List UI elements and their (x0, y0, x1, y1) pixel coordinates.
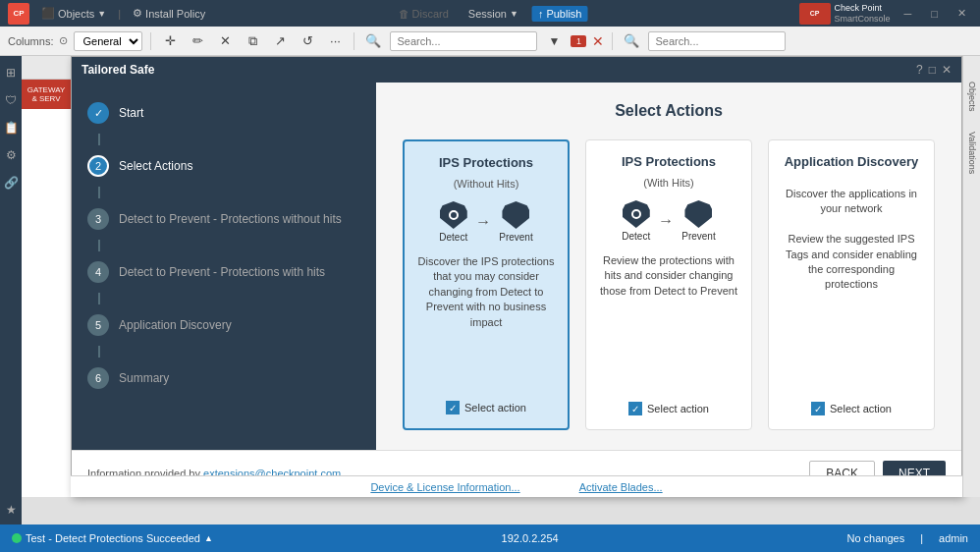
search-input[interactable] (390, 31, 537, 51)
connector-4-5 (98, 293, 100, 304)
refresh-icon[interactable]: ↺ (297, 30, 318, 52)
discard-button[interactable]: 🗑 Discard (393, 6, 455, 22)
card-ips-without-hits: IPS Protections (Without Hits) Detect → (403, 139, 570, 430)
step-3[interactable]: 3 Detect to Prevent - Protections withou… (72, 198, 376, 240)
card-1-arrow: → (475, 213, 491, 231)
activate-blades-link[interactable]: Activate Blades... (579, 481, 663, 493)
card-1-desc: Discover the IPS protections that you ma… (416, 254, 556, 393)
step-1[interactable]: ✓ Start (72, 92, 376, 134)
security-icon: 🛡 (5, 93, 17, 107)
card-1-title: IPS Protections (439, 155, 533, 170)
bottom-bar: Test - Detect Protections Succeeded ▲ 19… (0, 524, 980, 552)
status-dot (12, 533, 22, 543)
app-logo: CP (8, 3, 29, 25)
status-text: Test - Detect Protections Succeeded (26, 532, 200, 544)
right-sidebar-objects[interactable]: Objects (965, 76, 979, 118)
export-icon[interactable]: ↗ (269, 30, 291, 52)
step-3-num: 3 (87, 208, 109, 230)
general-select[interactable]: General (74, 31, 142, 51)
more-icon[interactable]: ··· (324, 30, 346, 52)
install-policy-btn[interactable]: ⚙ Install Policy (127, 5, 211, 22)
card-1-detect: Detect (439, 201, 467, 243)
columns-icon: ⊙ (59, 34, 68, 47)
chevron-down-icon: ▼ (510, 9, 518, 19)
step-4[interactable]: 4 Detect to Prevent - Protections with h… (72, 251, 376, 293)
delete-icon[interactable]: ✕ (214, 30, 236, 52)
columns-label: Columns: (8, 35, 53, 47)
card-3-desc: Discover the applications in your networ… (781, 187, 922, 394)
wizard-header: Tailored Safe ? □ ✕ (72, 57, 961, 83)
connector-5-6 (98, 346, 100, 358)
brand-logo: CP (799, 3, 831, 25)
logs-icon: 📋 (4, 121, 19, 135)
sidebar-item-comms[interactable]: 🔗 (0, 170, 22, 197)
session-button[interactable]: Session ▼ (463, 6, 524, 22)
search-input-2[interactable] (648, 31, 786, 51)
restore-button[interactable]: □ (925, 6, 944, 22)
license-bar: Device & License Information... Activate… (71, 475, 962, 497)
step-5[interactable]: 5 Application Discovery (72, 304, 376, 346)
connector-2-3 (98, 187, 100, 198)
help-icon[interactable]: ? (916, 63, 923, 77)
logo-area: CP Check Point SmartConsole (799, 3, 891, 25)
ip-address: 192.0.2.254 (502, 532, 559, 544)
step-1-label: Start (119, 106, 143, 120)
filter-badge: 1 (571, 35, 586, 47)
gateway-icon: ⊞ (6, 66, 16, 80)
separator: | (920, 532, 923, 544)
step-2[interactable]: 2 Select Actions (72, 145, 376, 187)
gear-icon: ⚙ (133, 7, 142, 20)
wizard-content-title: Select Actions (396, 102, 942, 120)
connector-1-2 (98, 134, 100, 145)
separator-2 (354, 32, 354, 50)
card-1-subtitle: (Without Hits) (454, 178, 519, 190)
objects-menu[interactable]: ⬛ Objects ▼ (35, 5, 112, 22)
gateway-block[interactable]: GATEWAY& SERV (22, 80, 71, 109)
publish-button[interactable]: ↑ Publish (532, 6, 588, 22)
card-2-prevent: Prevent (681, 200, 715, 242)
sidebar-item-security[interactable]: 🛡 (0, 87, 22, 115)
filter-icon[interactable]: ▼ (543, 30, 565, 52)
card-2-arrow: → (658, 212, 674, 230)
steps-panel: ✓ Start 2 Select Actions 3 Detect to Pre… (72, 83, 376, 450)
main-layout: ⊞ 🛡 📋 ⚙ 🔗 ★ GATEWAY& SERV (0, 56, 980, 524)
card-1-prevent-label: Prevent (499, 232, 532, 243)
step-2-num: 2 (87, 155, 109, 177)
card-2-checkbox[interactable] (628, 402, 642, 415)
bottom-center: 192.0.2.254 (221, 532, 840, 544)
right-sidebar: Objects Validations (962, 56, 980, 497)
cube-icon: ⬛ (41, 7, 55, 20)
card-2-detect: Detect (622, 200, 650, 242)
card-1-checkbox[interactable] (446, 401, 460, 414)
brand-name: Check Point SmartConsole (835, 3, 891, 25)
sidebar-item-whats-new[interactable]: ★ (0, 497, 22, 524)
maximize-icon[interactable]: □ (929, 63, 936, 77)
bottom-status: Test - Detect Protections Succeeded ▲ (12, 532, 213, 544)
edit-icon[interactable]: ✏ (187, 30, 208, 52)
wizard-content: Select Actions IPS Protections (Without … (376, 83, 961, 450)
card-3-checkbox[interactable] (811, 402, 825, 415)
sidebar-item-manage[interactable]: ⚙ (0, 142, 22, 170)
right-sidebar-validations[interactable]: Validations (965, 126, 979, 180)
copy-icon[interactable]: ⧉ (242, 30, 263, 52)
close-button[interactable]: ✕ (952, 5, 972, 22)
step-6[interactable]: 6 Summary (72, 358, 376, 399)
card-3-title: Application Discovery (785, 154, 919, 169)
add-icon[interactable]: ✛ (159, 30, 181, 52)
cards-row: IPS Protections (Without Hits) Detect → (396, 139, 942, 430)
wizard-close-icon[interactable]: ✕ (942, 63, 952, 77)
clear-filter-icon[interactable]: ✕ (592, 33, 604, 49)
card-2-subtitle: (With Hits) (643, 177, 693, 189)
minimize-button[interactable]: ─ (898, 6, 918, 22)
manage-icon: ⚙ (6, 148, 17, 162)
search-icon-2: 🔍 (621, 30, 642, 52)
sidebar-item-gateway[interactable]: ⊞ (0, 60, 22, 87)
card-2-title: IPS Protections (622, 154, 716, 169)
sidebar-item-logs[interactable]: 📋 (0, 115, 22, 142)
connector-3-4 (98, 240, 100, 251)
wizard-header-icons: ? □ ✕ (916, 63, 952, 77)
card-1-action-label: Select action (464, 402, 526, 414)
device-license-link[interactable]: Device & License Information... (370, 481, 519, 493)
status-chevron-icon: ▲ (204, 533, 213, 543)
step-5-num: 5 (87, 314, 109, 336)
